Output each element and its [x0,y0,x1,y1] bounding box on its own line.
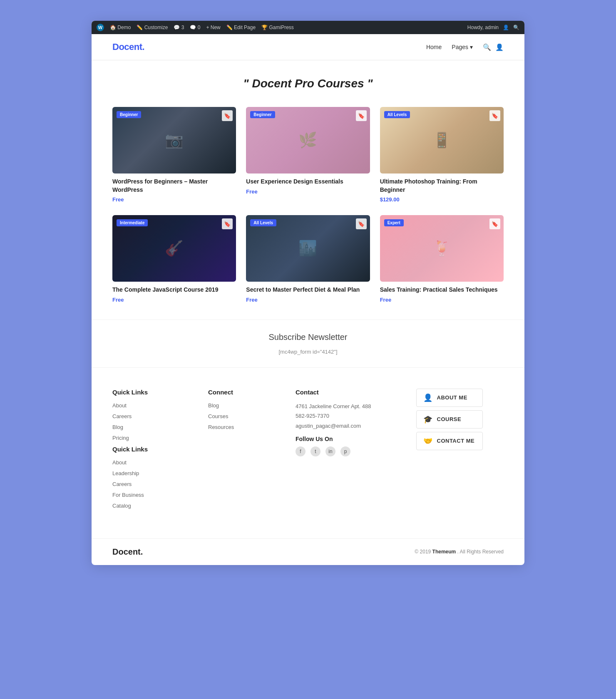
nav-pages[interactable]: Pages ▾ [452,44,473,50]
newsletter-section: Subscribe Newsletter [mc4wp_form id="414… [92,320,524,367]
course-badge-2: All Levels [384,111,410,118]
footer-link[interactable]: Careers [112,413,132,419]
course-card-3[interactable]: 🎸 Intermediate 🔖 The Complete JavaScript… [112,215,236,303]
footer-link[interactable]: Pricing [112,435,129,441]
bookmark-btn-5[interactable]: 🔖 [489,218,500,229]
footer-connect-links: BlogCoursesResources [208,402,283,431]
twitter-icon[interactable]: t [310,446,320,456]
course-badge-5: Expert [384,219,404,226]
course-price-2: $129.00 [380,196,504,203]
sidebar-btn-icon-0: 👤 [423,393,433,402]
connect-link[interactable]: Resources [208,424,234,430]
contact-email: agustin_pagac@email.com [296,421,404,431]
course-card-4[interactable]: 🏙️ All Levels 🔖 Secret to Master Perfect… [246,215,370,303]
footer-connect: Connect BlogCoursesResources [208,389,283,509]
footer-quick-links-2-title: Quick Links [112,446,196,453]
sidebar-btn-label-1: COURSE [437,416,462,422]
footer-grid: Quick Links AboutCareersBlogPricing Quic… [112,389,504,509]
course-price-4: Free [246,297,370,303]
course-info-0: WordPress for Beginners – Master WordPre… [112,174,236,203]
footer-link[interactable]: Catalog [112,503,131,509]
footer-sidebar-buttons: 👤ABOUT ME🎓COURSE🤝CONTACT ME [416,389,491,509]
search-icon[interactable]: 🔍 [483,43,491,51]
sidebar-btn-icon-1: 🎓 [423,415,433,424]
sidebar-btn-label-2: CONTACT ME [437,438,475,444]
site-logo[interactable]: Docent. [112,42,144,52]
nav-home[interactable]: Home [426,44,442,50]
course-title-4: Secret to Master Perfect Diet & Meal Pla… [246,286,370,294]
sidebar-buttons-container: 👤ABOUT ME🎓COURSE🤝CONTACT ME [416,389,491,450]
footer-link[interactable]: About [112,459,127,466]
user-icon[interactable]: 👤 [495,43,504,51]
course-badge-1: Beginner [250,111,275,118]
courses-grid: 📷 Beginner 🔖 WordPress for Beginners – M… [92,99,524,320]
course-image-1: 🌿 Beginner 🔖 [246,107,370,174]
copyright-year: © 2019 [415,549,431,555]
course-card-5[interactable]: 🍹 Expert 🔖 Sales Training: Practical Sal… [380,215,504,303]
wp-icon[interactable]: W [97,24,104,31]
footer-quick-links-1-title: Quick Links [112,389,196,396]
course-badge-4: All Levels [250,219,276,226]
admin-howdy: Howdy, admin [467,25,499,30]
linkedin-icon[interactable]: in [325,446,335,456]
footer-links-1: AboutCareersBlogPricing [112,402,196,441]
course-image-4: 🏙️ All Levels 🔖 [246,215,370,282]
admin-new[interactable]: 🗨️ 0 [190,25,200,30]
pinterest-icon[interactable]: p [340,446,350,456]
sidebar-btn-icon-2: 🤝 [423,436,433,446]
course-title-0: WordPress for Beginners – Master WordPre… [112,178,236,194]
bookmark-btn-0[interactable]: 🔖 [222,110,233,121]
course-title-1: User Experience Design Essentials [246,178,370,186]
contact-address: 4761 Jackeline Corner Apt. 488 [296,402,404,411]
admin-new-link[interactable]: + New [206,25,220,30]
connect-link[interactable]: Courses [208,413,228,419]
connect-link[interactable]: Blog [208,402,219,409]
bookmark-btn-4[interactable]: 🔖 [356,218,367,229]
course-card-0[interactable]: 📷 Beginner 🔖 WordPress for Beginners – M… [112,107,236,203]
course-card-1[interactable]: 🌿 Beginner 🔖 User Experience Design Esse… [246,107,370,203]
bookmark-btn-2[interactable]: 🔖 [489,110,500,121]
course-card-2[interactable]: 📱 All Levels 🔖 Ultimate Photoshop Traini… [380,107,504,203]
sidebar-btn-about-me[interactable]: 👤ABOUT ME [416,389,483,407]
course-image-2: 📱 All Levels 🔖 [380,107,504,174]
hero-title: " Docent Pro Courses " [112,77,504,90]
footer-quick-links-2-wrapper: Quick Links AboutLeadershipCareersFor Bu… [112,446,196,509]
course-title-2: Ultimate Photoshop Training: From Beginn… [380,178,504,194]
admin-edit-page[interactable]: ✏️ Edit Page [226,25,256,30]
page-wrapper: W 🏠 Demo ✏️ Customize 💬 3 🗨️ 0 + New ✏️ … [92,21,524,565]
admin-demo[interactable]: 🏠 Demo [110,25,131,30]
admin-bar: W 🏠 Demo ✏️ Customize 💬 3 🗨️ 0 + New ✏️ … [92,21,524,34]
facebook-icon[interactable]: f [296,446,306,456]
admin-customize[interactable]: ✏️ Customize [137,25,168,30]
footer-link[interactable]: Careers [112,481,132,487]
course-info-1: User Experience Design Essentials Free [246,174,370,195]
site-header: Docent. Home Pages ▾ 🔍 👤 [92,34,524,60]
newsletter-title: Subscribe Newsletter [112,332,504,342]
sidebar-btn-contact-me[interactable]: 🤝CONTACT ME [416,432,483,450]
footer-link[interactable]: About [112,402,127,409]
course-image-3: 🎸 Intermediate 🔖 [112,215,236,282]
course-info-4: Secret to Master Perfect Diet & Meal Pla… [246,282,370,303]
footer-logo[interactable]: Docent. [112,547,143,557]
sidebar-btn-course[interactable]: 🎓COURSE [416,410,483,429]
footer-link[interactable]: Leadership [112,470,139,476]
site-nav: Home Pages ▾ 🔍 👤 [426,43,504,51]
bookmark-btn-3[interactable]: 🔖 [222,218,233,229]
bookmark-btn-1[interactable]: 🔖 [356,110,367,121]
footer-link[interactable]: For Business [112,492,144,498]
sidebar-btn-label-0: ABOUT ME [437,394,467,401]
newsletter-shortcode: [mc4wp_form id="4142"] [112,349,504,355]
course-info-3: The Complete JavaScript Course 2019 Free [112,282,236,303]
site-footer: Quick Links AboutCareersBlogPricing Quic… [92,367,524,538]
admin-gamipress[interactable]: 🏆 GamiPress [261,25,294,30]
admin-comments[interactable]: 💬 3 [174,25,184,30]
nav-icons: 🔍 👤 [483,43,504,51]
course-price-5: Free [380,297,504,303]
social-icons: ftinp [296,446,404,456]
footer-links-2: AboutLeadershipCareersFor BusinessCatalo… [112,459,196,509]
footer-connect-title: Connect [208,389,283,396]
footer-contact-title: Contact [296,389,404,396]
admin-search-icon[interactable]: 🔍 [513,25,519,30]
course-image-0: 📷 Beginner 🔖 [112,107,236,174]
footer-link[interactable]: Blog [112,424,123,430]
